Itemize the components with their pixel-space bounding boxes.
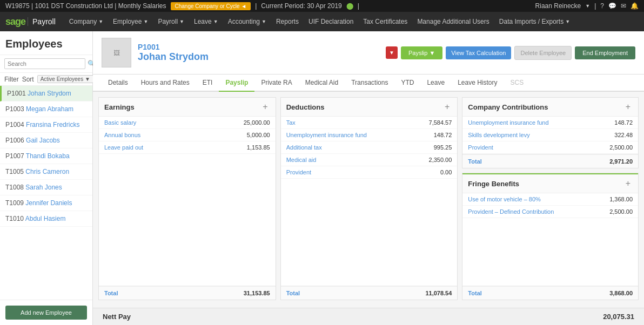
nav-tax-cert[interactable]: Tax Certificates: [359, 12, 412, 31]
employee-item[interactable]: T1010 Abdul Hasiem: [0, 211, 92, 227]
employee-name: Johan Strydom: [28, 90, 71, 97]
separator2: ⬤: [346, 2, 353, 10]
earnings-body: Basic salary 25,000.00 Annual bonus 5,00…: [99, 117, 276, 286]
nav-leave[interactable]: Leave▼: [190, 12, 223, 31]
employee-info: P1001 Johan Strydom: [138, 43, 379, 63]
deductions-item: Unemployment insurance fund 148.72: [281, 129, 458, 141]
earnings-item-value: 25,000.00: [232, 119, 270, 126]
employee-item[interactable]: P1004 Fransina Fredricks: [0, 117, 92, 133]
separator4: |: [594, 2, 596, 10]
deductions-item-name[interactable]: Unemployment insurance fund: [286, 132, 414, 138]
employee-item[interactable]: T1009 Jennifer Daniels: [0, 195, 92, 211]
company-contributions-item: Unemployment insurance fund 148.72: [462, 117, 638, 129]
company-info: W19875 | 1001 DST Construction Ltd | Mon…: [5, 2, 166, 10]
tab-leave-history[interactable]: Leave History: [451, 75, 504, 92]
cc-item-name[interactable]: Skills development levy: [468, 132, 595, 138]
employee-item[interactable]: T1005 Chris Cameron: [0, 164, 92, 180]
sage-logo: sage: [5, 16, 25, 28]
nett-pay-value: 20,075.31: [603, 313, 634, 321]
earnings-item-name[interactable]: Leave paid out: [104, 144, 232, 151]
deductions-item: Provident 0.00: [281, 166, 458, 179]
employee-item[interactable]: T1008 Sarah Jones: [0, 180, 92, 195]
payslip-btn[interactable]: Payslip ▼: [401, 46, 442, 59]
tab-transactions[interactable]: Transactions: [345, 75, 394, 92]
employee-name: Jennifer Daniels: [25, 199, 72, 207]
delete-employee-btn[interactable]: Delete Employee: [514, 46, 572, 60]
deductions-item-value: 995.25: [414, 144, 452, 151]
nav-accounting[interactable]: Accounting▼: [224, 12, 271, 31]
deductions-item-name[interactable]: Tax: [286, 119, 414, 126]
employee-id: T1009: [5, 199, 25, 207]
fringe-benefits-add-btn[interactable]: +: [623, 179, 633, 188]
earnings-column: Earnings + Basic salary 25,000.00 Annual…: [98, 97, 276, 300]
tab-private-ra[interactable]: Private RA: [254, 75, 298, 92]
payslip-dropdown-btn[interactable]: ▼: [386, 46, 398, 59]
email-icon[interactable]: ✉: [621, 2, 626, 10]
company-contributions-item: Provident 2,500.00: [462, 141, 638, 154]
earnings-item-name[interactable]: Basic salary: [104, 119, 232, 126]
sort-button[interactable]: Sort: [22, 76, 34, 83]
chat-icon[interactable]: 💬: [608, 2, 616, 10]
search-input[interactable]: [4, 58, 85, 69]
nav-reports[interactable]: Reports: [272, 12, 303, 31]
employee-id: P1001: [7, 90, 28, 97]
employee-item[interactable]: P1003 Megan Abraham: [0, 101, 92, 117]
deductions-header: Deductions +: [281, 98, 458, 117]
separator1: |: [255, 2, 257, 10]
deductions-title: Deductions: [286, 103, 442, 111]
tab-payslip[interactable]: Payslip: [219, 75, 254, 92]
end-employment-btn[interactable]: End Employment: [575, 46, 635, 59]
change-company-btn[interactable]: Change Company or Cycle ◄: [171, 2, 251, 10]
cc-item-value: 2,500.00: [595, 144, 633, 151]
user-info[interactable]: Riaan Reinecke: [535, 2, 581, 10]
company-contributions-body: Unemployment insurance fund 148.72 Skill…: [462, 117, 638, 154]
nav-data-imports[interactable]: Data Imports / Exports▼: [495, 12, 574, 31]
separator3: |: [358, 2, 359, 10]
deductions-item-name[interactable]: Medical aid: [286, 157, 414, 163]
filter-button[interactable]: Filter: [4, 76, 19, 83]
company-contributions-add-btn[interactable]: +: [623, 102, 633, 112]
view-tax-btn[interactable]: View Tax Calculation: [446, 46, 511, 59]
help-icon[interactable]: ?: [600, 2, 604, 10]
fb-item-name[interactable]: Provident – Defined Contribution: [468, 208, 595, 215]
nav-manage-users[interactable]: Manage Additional Users: [413, 12, 493, 31]
fb-total-label: Total: [468, 290, 595, 296]
fb-item-name[interactable]: Use of motor vehicle – 80%: [468, 196, 595, 202]
tab-ytd[interactable]: YTD: [394, 75, 420, 92]
cc-item-name[interactable]: Provident: [468, 144, 595, 151]
tab-medical-aid[interactable]: Medical Aid: [299, 75, 345, 92]
add-employee-button[interactable]: Add new Employee: [5, 306, 87, 320]
employee-item[interactable]: P1001 Johan Strydom: [0, 86, 92, 101]
nav-employee[interactable]: Employee▼: [109, 12, 152, 31]
deductions-item-name[interactable]: Additional tax: [286, 144, 414, 151]
cc-item-name[interactable]: Unemployment insurance fund: [468, 119, 595, 126]
employee-id-display: P1001: [138, 43, 379, 51]
employee-id: P1006: [5, 137, 26, 144]
tab-scs: SCS: [504, 75, 531, 92]
earnings-add-btn[interactable]: +: [260, 102, 270, 112]
active-filter-badge[interactable]: Active Employees ▼: [37, 75, 93, 83]
employee-item[interactable]: P1007 Thandi Bokaba: [0, 148, 92, 164]
bell-icon[interactable]: 🔔: [630, 2, 639, 10]
deductions-item-name[interactable]: Provident: [286, 169, 414, 175]
tab-hours-rates[interactable]: Hours and Rates: [135, 75, 196, 92]
employee-name: Abdul Hasiem: [25, 215, 66, 222]
employee-item[interactable]: P1006 Gail Jacobs: [0, 133, 92, 148]
tab-leave[interactable]: Leave: [420, 75, 451, 92]
deductions-add-btn[interactable]: +: [442, 102, 452, 112]
tab-details[interactable]: Details: [102, 75, 135, 92]
fringe-benefits-footer: Total 3,868.00: [462, 286, 638, 300]
cc-item-value: 148.72: [595, 119, 633, 126]
tab-eti[interactable]: ETI: [196, 75, 219, 92]
deductions-item: Medical aid 2,350.00: [281, 154, 458, 166]
earnings-total-value: 31,153.85: [232, 290, 270, 296]
employee-id: T1008: [5, 184, 25, 191]
nav-uif[interactable]: UIF Declaration: [304, 12, 358, 31]
employee-name: Fransina Fredricks: [26, 121, 79, 128]
nav-payroll[interactable]: Payroll▼: [153, 12, 189, 31]
nav-company[interactable]: Company▼: [65, 12, 108, 31]
earnings-item: Leave paid out 1,153.85: [99, 141, 276, 154]
earnings-item-name[interactable]: Annual bonus: [104, 132, 232, 138]
deductions-item-value: 7,584.57: [414, 119, 452, 126]
earnings-item-value: 5,000.00: [232, 132, 270, 138]
